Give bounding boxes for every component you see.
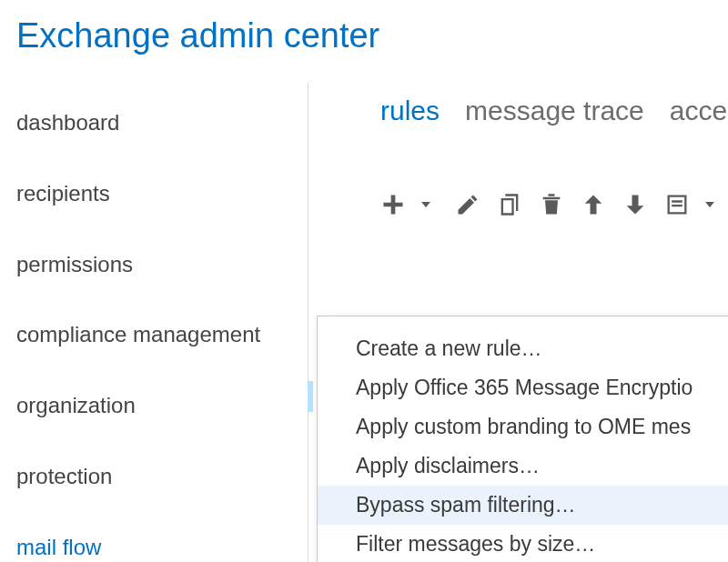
sidebar-item-protection[interactable]: protection [0, 460, 308, 494]
menu-apply-branding[interactable]: Apply custom branding to OME mes [318, 407, 728, 447]
copy-icon[interactable] [497, 192, 522, 217]
add-dropdown-caret[interactable] [413, 192, 439, 217]
row-selection-indicator [308, 381, 313, 412]
toolbar [380, 192, 728, 217]
menu-filter-size[interactable]: Filter messages by size… [318, 525, 728, 562]
delete-icon[interactable] [539, 192, 564, 217]
move-down-icon[interactable] [622, 192, 648, 217]
tab-rules[interactable]: rules [380, 95, 440, 126]
columns-icon[interactable] [664, 192, 690, 217]
sidebar-item-compliance[interactable]: compliance management [0, 318, 308, 352]
edit-icon[interactable] [455, 192, 480, 217]
columns-dropdown-caret[interactable] [697, 192, 723, 217]
tab-bar: rules message trace acce [380, 95, 728, 126]
app-title: Exchange admin center [0, 0, 728, 83]
move-up-icon[interactable] [581, 192, 606, 217]
sidebar-item-mail-flow[interactable]: mail flow [0, 531, 308, 562]
menu-bypass-spam[interactable]: Bypass spam filtering… [318, 486, 728, 525]
tab-accepted[interactable]: acce [670, 95, 727, 126]
sidebar-item-organization[interactable]: organization [0, 389, 308, 423]
main-panel: rules message trace acce [308, 83, 728, 562]
menu-create-rule[interactable]: Create a new rule… [318, 329, 728, 368]
menu-apply-disclaimers[interactable]: Apply disclaimers… [318, 447, 728, 486]
add-icon[interactable] [380, 192, 406, 217]
sidebar: dashboard recipients permissions complia… [0, 83, 308, 562]
sidebar-item-recipients[interactable]: recipients [0, 177, 308, 211]
sidebar-item-dashboard[interactable]: dashboard [0, 106, 308, 140]
menu-apply-encryption[interactable]: Apply Office 365 Message Encryptio [318, 368, 728, 407]
sidebar-item-permissions[interactable]: permissions [0, 248, 308, 282]
new-rule-dropdown: Create a new rule… Apply Office 365 Mess… [317, 316, 728, 562]
tab-message-trace[interactable]: message trace [465, 95, 644, 126]
